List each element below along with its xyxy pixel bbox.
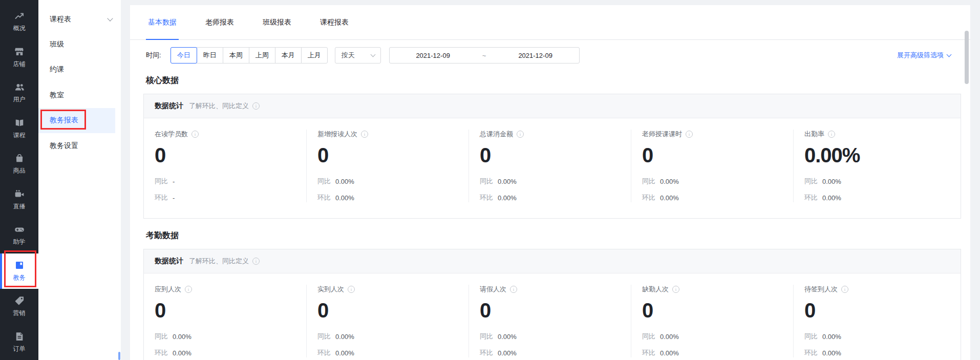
yoy-label: 同比 [642, 177, 655, 186]
yoy-value: 0.00% [498, 333, 517, 341]
primary-nav-item[interactable]: 概况 [0, 4, 38, 40]
quick-range-button[interactable]: 今日 [171, 47, 197, 63]
stat-label: 新增报读人次 [317, 130, 357, 139]
advanced-filter-label: 展开高级筛选项 [897, 51, 944, 60]
info-icon[interactable]: i [686, 131, 693, 138]
secondary-nav-item[interactable]: 教务报表 [38, 108, 115, 133]
info-icon[interactable]: i [348, 286, 355, 293]
mom-row: 环比 0.00% [642, 193, 793, 202]
mom-row: 环比 0.00% [804, 348, 955, 357]
stat-label: 待签到人次 [804, 285, 838, 294]
yoy-label: 同比 [317, 177, 331, 186]
date-range-picker: 2021-12-09 ~ 2021-12-09 [389, 47, 580, 63]
yoy-label: 同比 [480, 332, 493, 341]
chevron-down-icon [370, 52, 375, 57]
mom-label: 环比 [804, 193, 818, 202]
primary-nav-item[interactable]: 直播 [0, 182, 38, 218]
primary-nav-icon [14, 295, 25, 306]
panel-hint-text: 了解环比、同比定义 [189, 257, 249, 266]
stat-label: 老师授课课时 [642, 130, 682, 139]
quick-range-button[interactable]: 本月 [275, 47, 302, 63]
stat-label: 实到人次 [317, 285, 344, 294]
stat-value: 0 [155, 144, 306, 166]
report-tab-label: 课程报表 [320, 18, 349, 26]
filter-row: 时间: 今日 昨日 本周 上周 本月 上月 按天 2021-12-09 [146, 47, 951, 63]
yoy-row: 同比 - [155, 177, 306, 186]
secondary-nav-item[interactable]: 教室 [38, 82, 121, 108]
secondary-nav-item[interactable]: 班级 [38, 32, 121, 57]
quick-range-button[interactable]: 昨日 [197, 47, 223, 63]
panel-header-title: 数据统计 [155, 257, 183, 266]
info-icon[interactable]: i [841, 286, 848, 293]
quick-range-label: 上周 [255, 51, 269, 60]
info-icon[interactable]: i [517, 131, 524, 138]
info-icon[interactable]: i [252, 258, 260, 265]
secondary-nav-label: 班级 [50, 40, 64, 49]
yoy-value: 0.00% [335, 333, 354, 341]
stat-label-row: 实到人次 i [317, 285, 468, 294]
mom-row: 环比 0.00% [642, 348, 793, 357]
info-icon[interactable]: i [361, 131, 368, 138]
yoy-row: 同比 0.00% [804, 332, 955, 341]
quick-range-button[interactable]: 上月 [301, 47, 328, 63]
report-tabbar: 基本数据 老师报表 班级报表 课程报表 [130, 5, 970, 40]
primary-nav-icon [14, 224, 25, 235]
secondary-nav-item[interactable]: 约课 [38, 57, 121, 82]
primary-nav-item[interactable]: 订单 [0, 325, 38, 360]
quick-range-label: 昨日 [203, 51, 217, 60]
primary-nav-item[interactable]: 用户 [0, 75, 38, 111]
report-tab[interactable]: 基本数据 [146, 18, 179, 39]
info-icon[interactable]: i [828, 131, 835, 138]
stat-label-row: 请假人次 i [480, 285, 631, 294]
primary-nav-label: 概况 [13, 24, 26, 33]
primary-nav-item[interactable]: 店铺 [0, 40, 38, 76]
stat-value: 0 [480, 300, 631, 321]
end-date-input[interactable]: 2021-12-09 [492, 52, 579, 59]
primary-sidebar: 概况 店铺 用户 课程 商品 直播 助学 教务 营销 订单 [0, 0, 38, 360]
stat-label-row: 出勤率 i [804, 130, 955, 139]
secondary-nav-item[interactable]: 课程表 [38, 7, 121, 32]
mom-row: 环比 0.00% [317, 348, 468, 357]
mom-value: 0.00% [660, 349, 679, 357]
yoy-row: 同比 0.00% [642, 177, 793, 186]
primary-nav-item[interactable]: 课程 [0, 111, 38, 147]
yoy-label: 同比 [155, 332, 168, 341]
yoy-row: 同比 0.00% [642, 332, 793, 341]
granularity-select[interactable]: 按天 [335, 47, 381, 63]
stat-label-row: 新增报读人次 i [317, 130, 468, 139]
secondary-nav-label: 约课 [50, 65, 64, 74]
section-title-attendance: 考勤数据 [146, 230, 970, 241]
info-icon[interactable]: i [672, 286, 679, 293]
info-icon[interactable]: i [252, 102, 260, 110]
mom-label: 环比 [155, 193, 168, 202]
start-date-input[interactable]: 2021-12-09 [390, 52, 477, 59]
panel-header-title: 数据统计 [155, 101, 183, 111]
secondary-nav-label: 教务报表 [50, 116, 78, 125]
main-scrollbar-thumb[interactable] [965, 31, 969, 84]
sidebar-scrollbar-thumb[interactable] [118, 352, 120, 360]
primary-nav-icon [14, 260, 25, 270]
primary-nav-item[interactable]: 营销 [0, 289, 38, 325]
report-tab[interactable]: 班级报表 [261, 18, 293, 39]
stat-value: 0 [642, 300, 793, 321]
stat-value: 0 [317, 144, 468, 166]
info-icon[interactable]: i [191, 131, 199, 138]
report-tab[interactable]: 课程报表 [318, 18, 351, 39]
primary-nav-item[interactable]: 助学 [0, 218, 38, 253]
primary-nav-item[interactable]: 商品 [0, 146, 38, 182]
mom-label: 环比 [642, 193, 655, 202]
quick-range-button[interactable]: 上周 [249, 47, 275, 63]
info-icon[interactable]: i [510, 286, 517, 293]
advanced-filter-toggle[interactable]: 展开高级筛选项 [897, 51, 951, 60]
secondary-nav-item[interactable]: 教务设置 [38, 133, 121, 158]
mom-value: - [173, 194, 175, 202]
date-range-separator: ~ [477, 52, 492, 59]
primary-nav-item[interactable]: 教务 [0, 253, 38, 289]
report-tab[interactable]: 老师报表 [203, 18, 236, 39]
mom-row: 环比 - [155, 193, 306, 202]
stat-card: 总课消金额 i 0 同比 0.00% 环比 0.00% [468, 130, 631, 202]
stat-label-row: 老师授课课时 i [642, 130, 793, 139]
quick-range-button[interactable]: 本周 [223, 47, 249, 63]
yoy-value: 0.00% [822, 178, 841, 185]
info-icon[interactable]: i [185, 286, 192, 293]
